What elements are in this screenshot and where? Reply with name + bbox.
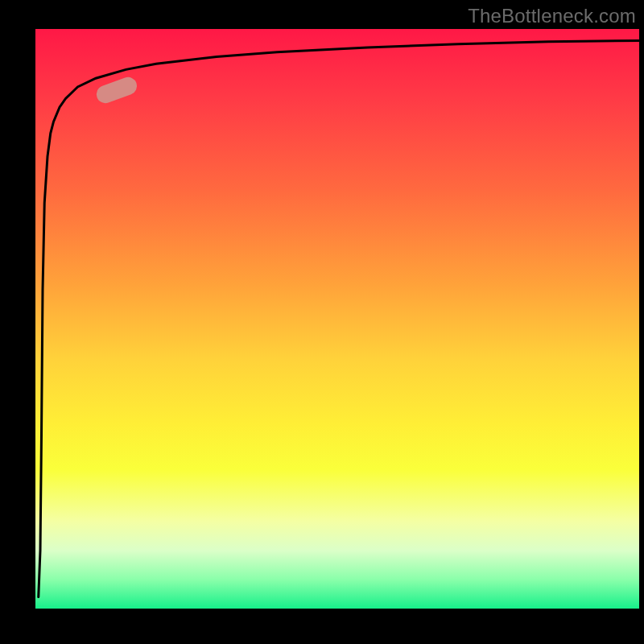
- gradient-plot-area: [35, 29, 639, 609]
- chart-frame: TheBottleneck.com: [0, 0, 644, 644]
- attribution-text: TheBottleneck.com: [468, 5, 636, 27]
